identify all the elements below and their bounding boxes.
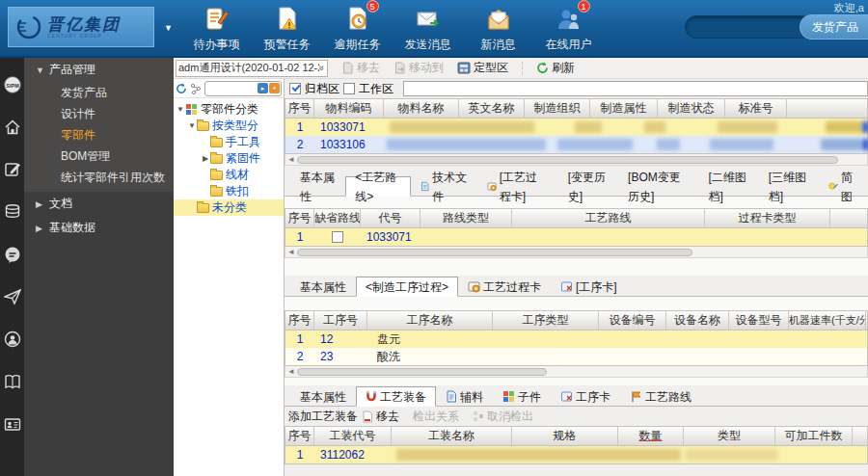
tab-change-history[interactable]: [变更历史]: [558, 176, 618, 197]
tab-basic-attributes[interactable]: 基本属性: [290, 386, 356, 407]
expander-icon[interactable]: ▼: [187, 121, 197, 130]
workspace-checkbox[interactable]: [343, 83, 355, 94]
send-message-button[interactable]: 发送消息: [393, 4, 463, 53]
tree-node-wire[interactable]: 线材: [174, 167, 284, 183]
tree-search-add-icon[interactable]: +: [269, 83, 280, 93]
tree-refresh-icon[interactable]: [176, 83, 187, 94]
home-icon[interactable]: [0, 106, 24, 148]
col-header[interactable]: 缺省路线: [314, 209, 361, 227]
tab-auxiliary-materials[interactable]: 辅料: [436, 386, 493, 407]
new-message-button[interactable]: 新消息: [463, 4, 533, 53]
nav-item-parts[interactable]: 零部件: [24, 124, 174, 145]
nav-item-shipped-products[interactable]: 发货产品: [24, 82, 174, 103]
alert-tasks-button[interactable]: 预警任务: [252, 4, 322, 53]
tab-basic-attributes[interactable]: 基本属性: [290, 176, 345, 197]
col-header[interactable]: 序号: [285, 311, 314, 330]
col-header[interactable]: 序号: [285, 427, 314, 445]
material-table-hscrollbar[interactable]: ◄: [285, 154, 868, 166]
idcard-icon[interactable]: [0, 403, 24, 445]
tab-child-parts[interactable]: 子件: [493, 386, 551, 407]
book-icon[interactable]: [0, 360, 24, 403]
col-header[interactable]: 可加工件数: [775, 427, 853, 445]
col-header[interactable]: 机器速率(千支/分钟): [789, 311, 866, 330]
tree-structure-icon[interactable]: [190, 83, 202, 94]
scroll-thumb[interactable]: [297, 249, 692, 256]
col-header[interactable]: 工序类型: [493, 311, 599, 330]
expander-icon[interactable]: ▼: [176, 105, 185, 114]
tab-manufacturing-process[interactable]: <制造工序过程>: [356, 277, 458, 297]
nav-item-design-parts[interactable]: 设计件: [24, 103, 174, 124]
ship-product-button[interactable]: 发货产品: [800, 14, 868, 40]
tab-operation-card[interactable]: [工序卡]: [551, 277, 627, 297]
scroll-left-icon[interactable]: ◄: [285, 367, 297, 376]
col-header[interactable]: 类型: [684, 427, 775, 445]
send-plane-icon[interactable]: [0, 276, 24, 318]
tree-node-fasteners[interactable]: ▶ 紧固件: [174, 150, 284, 167]
context-dropdown[interactable]: adm通用设计(2020-01-02 12-22 »: [176, 60, 328, 77]
operation-table-hscrollbar[interactable]: ◄: [285, 366, 868, 378]
col-header[interactable]: 路线类型: [420, 209, 512, 227]
user-broadcast-icon[interactable]: [0, 318, 24, 360]
remove-button[interactable]: 移去: [341, 60, 380, 76]
nav-item-part-usage-count[interactable]: 统计零部件引用次数: [24, 167, 174, 188]
tab-2d-drawings[interactable]: [二维图档]: [698, 176, 758, 197]
col-header[interactable]: 工序号: [314, 311, 367, 330]
nav-group-basic-data[interactable]: ▶基础数据: [24, 216, 174, 240]
tab-process-route[interactable]: 工艺路线: [620, 386, 701, 407]
tab-operation-card[interactable]: 工序卡: [551, 386, 620, 407]
chat-icon[interactable]: [0, 233, 24, 276]
scroll-left-icon[interactable]: ◄: [285, 155, 297, 164]
col-header[interactable]: 工序名称: [367, 311, 493, 330]
col-header[interactable]: 制造组织: [525, 99, 590, 118]
col-header[interactable]: 工装名称: [392, 427, 512, 445]
tab-process-equipment[interactable]: 工艺装备: [356, 386, 436, 407]
tab-technical-documents[interactable]: 技术文件: [411, 176, 477, 197]
online-users-button[interactable]: 1 在线用户: [533, 4, 604, 53]
tab-3d-drawings[interactable]: [三维图档]: [759, 176, 819, 197]
nav-item-bom-management[interactable]: BOM管理: [24, 145, 174, 167]
tooling-row-1[interactable]: 1 3112062: [285, 446, 867, 463]
col-header[interactable]: 工艺路线: [512, 209, 705, 227]
material-row-2[interactable]: 2 1033106: [285, 136, 867, 153]
col-header[interactable]: 数量: [618, 427, 684, 445]
checkout-relation-button[interactable]: 检出关系: [413, 409, 459, 425]
tab-process-card[interactable]: 工艺过程卡: [458, 277, 551, 297]
col-header[interactable]: 序号: [285, 99, 314, 118]
sipm-logo-icon[interactable]: SIPM: [0, 64, 24, 106]
col-header[interactable]: 制造属性: [590, 99, 658, 118]
nav-group-product-management[interactable]: ▼产品管理: [24, 58, 174, 82]
quick-filter-input[interactable]: [403, 81, 868, 96]
default-route-checkbox[interactable]: [332, 231, 343, 243]
col-header[interactable]: 设备编号: [599, 311, 666, 330]
tree-node-root[interactable]: ▼ 零部件分类: [174, 101, 284, 118]
tree-node-by-type[interactable]: ▼ 按类型分: [174, 118, 284, 134]
tree-node-hand-tools[interactable]: 手工具: [174, 134, 284, 150]
col-header[interactable]: 设备名称: [666, 311, 729, 330]
col-header[interactable]: 英文名称: [459, 99, 525, 118]
cancel-checkout-button[interactable]: 取消检出: [473, 409, 533, 425]
tab-process-card[interactable]: [工艺过程卡]: [477, 176, 558, 197]
todo-items-button[interactable]: 待办事项: [181, 4, 252, 53]
tree-node-rail-clip[interactable]: 铁扣: [174, 183, 284, 199]
tab-bom-change-history[interactable]: [BOM变更历史]: [618, 176, 698, 197]
scroll-left-icon[interactable]: ◄: [285, 248, 297, 256]
col-header[interactable]: 规格: [512, 427, 618, 445]
expander-icon[interactable]: ▶: [201, 154, 210, 163]
tab-process-route[interactable]: <工艺路线>: [345, 176, 411, 197]
col-header[interactable]: 物料名称: [384, 99, 459, 118]
material-row-1[interactable]: 1 1033071: [285, 119, 867, 136]
tree-node-unclassified[interactable]: 未分类: [174, 199, 284, 216]
compose-icon[interactable]: [0, 148, 24, 191]
global-search-input[interactable]: [685, 15, 812, 39]
fixed-area-button[interactable]: 定型区: [457, 60, 508, 76]
tab-basic-attributes[interactable]: 基本属性: [290, 277, 356, 297]
operation-row-2[interactable]: 2 23 酸洗: [285, 348, 867, 365]
tree-search-input[interactable]: [206, 83, 257, 93]
col-header[interactable]: 代号: [361, 209, 420, 227]
operation-row-1[interactable]: 1 12 盘元: [285, 331, 867, 348]
col-header[interactable]: 过程卡类型: [705, 209, 830, 227]
col-header[interactable]: 序号: [285, 209, 314, 227]
route-row-1[interactable]: 1 1033071: [285, 228, 867, 246]
nav-group-documents[interactable]: ▶文档: [24, 192, 174, 216]
add-tooling-button[interactable]: 添加工艺装备: [288, 409, 358, 425]
